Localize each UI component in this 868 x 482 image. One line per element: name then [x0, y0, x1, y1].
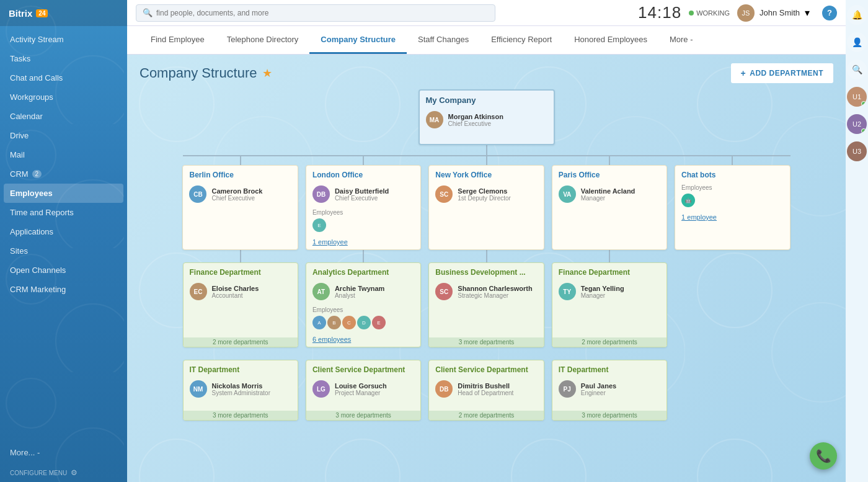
search-input[interactable]	[156, 9, 489, 17]
sidebar-item-employees[interactable]: Employees	[4, 184, 123, 203]
spacer	[675, 250, 790, 262]
search-box[interactable]: 🔍	[136, 4, 495, 22]
dept-card-nyc-clientsvc[interactable]: Client Service Department DB Dimitris Bu…	[428, 360, 544, 421]
online-user-1[interactable]: U1	[847, 87, 867, 107]
dept-card-london[interactable]: London Office DB Daisy Butterfield Chief…	[306, 165, 421, 250]
configure-menu[interactable]: Configure Menu ⚙	[0, 463, 127, 482]
h-line	[183, 155, 790, 156]
sidebar-item-crm[interactable]: CRM2	[0, 164, 127, 184]
employee-avatar: B	[327, 316, 341, 329]
employees-label: Employees	[675, 182, 789, 192]
avatar: DB	[312, 185, 330, 203]
root-level: My Company MA Morgan Atkinson Chief Exec…	[140, 89, 833, 145]
sidebar-item-crm-marketing[interactable]: CRM Marketing	[0, 280, 127, 299]
notifications-button[interactable]: 🔔	[847, 5, 867, 25]
dept-card-london-clientsvc[interactable]: Client Service Department LG Louise Gors…	[306, 360, 421, 421]
tab-staff-changes[interactable]: Staff Changes	[407, 26, 480, 54]
person-name: Daisy Butterfield	[335, 187, 389, 195]
sidebar-item-applications[interactable]: Applications	[0, 222, 127, 241]
dept-person: DB Dimitris Bushell Head of Department	[429, 377, 543, 401]
spacer-col	[675, 360, 790, 421]
user-name: John Smith	[760, 8, 800, 17]
user-chevron-icon: ▾	[805, 7, 810, 19]
dept-title: New York Office	[429, 166, 543, 182]
person-role: Manager	[581, 195, 636, 202]
person-info: Louise Gorsuch Project Manager	[335, 382, 387, 396]
sidebar-item-chat-calls[interactable]: Chat and Calls	[0, 68, 127, 87]
sidebar-item-mail[interactable]: Mail	[0, 145, 127, 164]
person-role: Manager	[581, 292, 624, 299]
call-fab-button[interactable]: 📞	[810, 442, 837, 470]
sidebar-item-sites[interactable]: Sites	[0, 241, 127, 261]
person-role: Analyst	[335, 292, 385, 299]
employees-link[interactable]: 6 employees	[306, 333, 420, 347]
dept-title: My Company	[420, 91, 554, 107]
dept-card-london-analytics[interactable]: Analytics Department AT Archie Twynam An…	[306, 262, 421, 347]
branch-level: Berlin Office CB Cameron Brock Chief Exe…	[183, 165, 790, 250]
livefeed-button[interactable]: 👤	[847, 32, 867, 52]
dept-card-berlin-finance[interactable]: Finance Department EC Eloise Charles Acc…	[183, 262, 298, 347]
sidebar-item-activity-stream[interactable]: Activity Stream	[0, 30, 127, 49]
sidebar-item-tasks[interactable]: Tasks	[0, 49, 127, 68]
tab-efficiency-report[interactable]: Efficiency Report	[480, 26, 563, 54]
sidebar-nav: Activity StreamTasksChat and CallsWorkgr…	[0, 26, 127, 442]
tab-honored-employees[interactable]: Honored Employees	[563, 26, 658, 54]
search-button[interactable]: 🔍	[847, 60, 867, 79]
person-info: Cameron Brock Chief Executive	[211, 187, 262, 202]
sidebar-item-time-reports[interactable]: Time and Reports	[0, 203, 127, 222]
dept-title: Finance Department	[552, 263, 666, 279]
dept-card-berlin-it[interactable]: IT Department NM Nickolas Morris System …	[183, 360, 298, 421]
sidebar-item-drive[interactable]: Drive	[0, 126, 127, 145]
dept-person: CB Cameron Brock Chief Executive	[183, 182, 297, 207]
content-area: Company Structure ★ + ADD DEPARTMENT My …	[127, 55, 846, 482]
employees-link[interactable]: 1 employee	[306, 236, 420, 249]
avatar: CB	[189, 185, 206, 203]
sidebar-logo[interactable]: Bitrix 24	[0, 0, 127, 26]
dept-card-chatbots[interactable]: Chat bots Employees 🤖 1 employee	[675, 165, 790, 250]
h-connector	[140, 155, 833, 156]
sidebar-item-calendar[interactable]: Calendar	[0, 107, 127, 126]
logo-text: Bitrix	[9, 8, 32, 19]
tab-more[interactable]: More -	[658, 26, 704, 54]
dept-card-newyork[interactable]: New York Office SC Serge Clemons 1st Dep…	[428, 165, 544, 250]
dept-card-nyc-bizdev[interactable]: Business Development ... SC Shannon Char…	[428, 262, 544, 347]
dept-title: Analytics Department	[306, 263, 420, 279]
online-user-3[interactable]: U3	[847, 141, 867, 161]
help-button[interactable]: ?	[822, 6, 837, 20]
tab-telephone-directory[interactable]: Telephone Directory	[216, 26, 310, 54]
sidebar-more[interactable]: More... -	[0, 442, 127, 463]
online-user-2[interactable]: U2	[847, 114, 867, 134]
person-name: Dimitris Bushell	[458, 382, 513, 390]
person-name: Valentine Acland	[581, 187, 636, 195]
person-info: Daisy Butterfield Chief Executive	[335, 187, 389, 202]
employees-link[interactable]: 1 employee	[675, 211, 789, 225]
spacer-col	[675, 262, 790, 347]
dept-card-berlin[interactable]: Berlin Office CB Cameron Brock Chief Exe…	[182, 165, 298, 250]
avatar: SC	[435, 185, 453, 203]
person-role: 1st Deputy Director	[458, 195, 511, 202]
dept-card-root[interactable]: My Company MA Morgan Atkinson Chief Exec…	[418, 89, 555, 145]
sidebar-item-workgroups[interactable]: Workgroups	[0, 87, 127, 107]
dept-card-paris-finance[interactable]: Finance Department TY Tegan Yelling Mana…	[552, 262, 667, 347]
subdept-level1: Finance Department EC Eloise Charles Acc…	[183, 262, 790, 347]
subdept-level2: IT Department NM Nickolas Morris System …	[183, 360, 790, 421]
avatar: LG	[312, 380, 330, 398]
person-name: Nickolas Morris	[212, 382, 270, 390]
tab-company-structure[interactable]: Company Structure	[309, 26, 407, 54]
sidebar-item-open-channels[interactable]: Open Channels	[0, 261, 127, 280]
topbar: 🔍 14:18 WORKING JS John Smith ▾ ?	[127, 0, 846, 26]
right-panel: 🔔 👤 🔍 U1 U2 U3	[846, 0, 868, 482]
user-area[interactable]: JS John Smith ▾	[737, 4, 810, 22]
star-icon[interactable]: ★	[262, 66, 272, 80]
branch-v-lines	[183, 156, 790, 165]
employee-avatar: D	[357, 316, 371, 329]
avatar: SC	[435, 283, 453, 300]
tab-find-employee[interactable]: Find Employee	[140, 26, 216, 54]
avatar: AT	[312, 283, 330, 300]
avatar: MA	[426, 111, 443, 128]
dept-card-paris[interactable]: Paris Office VA Valentine Acland Manager	[552, 165, 667, 250]
add-department-button[interactable]: + ADD DEPARTMENT	[731, 63, 833, 83]
dept-card-paris-it[interactable]: IT Department PJ Paul Janes Engineer 3 m…	[552, 360, 667, 421]
clock-display: 14:18	[638, 3, 681, 22]
avatar: PJ	[559, 380, 576, 398]
